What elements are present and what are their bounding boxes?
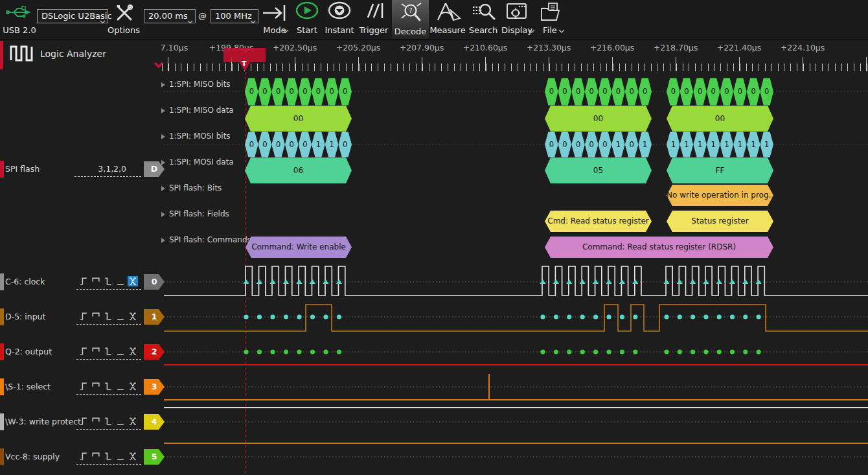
channel-row[interactable]: C-6: clock 0 — [0, 273, 162, 290]
trigger-type-icon[interactable] — [91, 416, 101, 426]
trigger-type-icon[interactable] — [103, 346, 113, 356]
trigger-type-icon[interactable] — [115, 311, 126, 321]
trigger-type-icon[interactable] — [91, 346, 101, 356]
trigger-type-icon[interactable] — [128, 416, 138, 426]
decode-bit-annotation: 0 — [747, 78, 760, 106]
decode-annotation: 00 — [545, 106, 652, 132]
decode-bit-annotation: 0 — [571, 132, 585, 157]
trigger-type-icon[interactable] — [103, 416, 113, 426]
trigger-button[interactable]: Trigger — [356, 0, 391, 39]
channel-badge[interactable]: 3 — [144, 379, 165, 395]
trigger-type-icon[interactable] — [103, 381, 113, 391]
ruler-minor-tick — [384, 64, 385, 71]
ruler-minor-tick — [403, 64, 404, 71]
samplerate-select[interactable]: 100 MHz — [211, 9, 258, 23]
decode-annotation: FF — [667, 157, 773, 183]
options-label: Options — [106, 25, 142, 35]
trigger-type-icon[interactable] — [128, 276, 138, 286]
channel-row[interactable]: Q-2: output 2 — [0, 343, 162, 360]
trigger-type-icon[interactable] — [115, 451, 126, 461]
search-icon — [470, 2, 496, 21]
at-symbol: @ — [198, 11, 207, 21]
ruler-minor-tick — [600, 64, 600, 71]
decode-bit-annotation: 1 — [312, 132, 325, 157]
start-button[interactable]: Start — [293, 0, 321, 39]
ruler-tick-label: +216.00μs — [590, 43, 635, 52]
ruler-minor-tick — [588, 64, 588, 71]
ruler-minor-tick — [613, 64, 613, 71]
expand-arrow-icon[interactable] — [161, 134, 165, 139]
mode-button[interactable]: Mode — [259, 0, 290, 39]
trigger-type-icon[interactable] — [128, 311, 138, 321]
measure-button[interactable]: Measure — [429, 0, 466, 39]
chevron-down-icon — [250, 15, 256, 28]
trigger-type-icon[interactable] — [78, 276, 89, 286]
decode-bit-annotation: 0 — [625, 132, 639, 157]
instant-button[interactable]: Instant — [324, 0, 355, 39]
trigger-type-icon[interactable] — [128, 346, 138, 356]
trigger-type-icon[interactable] — [78, 451, 89, 461]
ruler-minor-tick — [752, 64, 753, 71]
channel-row[interactable]: Vcc-8: supply 5 — [0, 448, 162, 465]
search-button[interactable]: Search — [468, 0, 499, 39]
channel-label: C-6: clock — [5, 273, 45, 290]
channel-label: \W-3: write protect — [5, 413, 81, 430]
decode-annotation: 00 — [245, 106, 352, 132]
decode-row-label: 1:SPI: MOSI data — [169, 157, 234, 167]
display-button[interactable]: Display — [500, 0, 534, 39]
trigger-type-icon[interactable] — [115, 276, 126, 286]
channel-row[interactable]: D-5: input 1 — [0, 308, 162, 325]
trigger-type-icon[interactable] — [103, 276, 113, 286]
ruler-minor-tick — [816, 64, 816, 71]
trigger-type-icon[interactable] — [115, 381, 126, 391]
ruler-minor-tick — [276, 64, 277, 71]
trigger-type-icon[interactable] — [103, 451, 113, 461]
wrench-icon[interactable] — [114, 3, 135, 23]
trigger-type-icon[interactable] — [78, 416, 89, 426]
decode-button[interactable]: ? Decode — [392, 0, 429, 39]
channel-badge[interactable]: 1 — [144, 309, 165, 325]
decode-bit-annotation: 1 — [720, 132, 734, 157]
decode-bit-annotation: 1 — [325, 132, 339, 157]
trigger-type-icon[interactable] — [91, 381, 101, 391]
trigger-type-icon[interactable] — [115, 346, 126, 356]
expand-arrow-icon[interactable] — [161, 186, 165, 191]
ruler-minor-tick — [435, 64, 435, 71]
device-select[interactable]: DSLogic U2Basic — [37, 9, 108, 23]
channel-badge[interactable]: 4 — [144, 414, 165, 430]
trigger-type-icon[interactable] — [128, 451, 138, 461]
expand-arrow-icon[interactable] — [161, 160, 165, 165]
trigger-type-icon[interactable] — [91, 276, 101, 286]
ruler-minor-tick — [492, 64, 493, 71]
expand-arrow-icon[interactable] — [161, 82, 165, 87]
decode-annotation: Command: Write enable — [246, 237, 352, 258]
file-button[interactable]: File — [536, 0, 564, 39]
ruler-minor-tick — [543, 64, 543, 71]
trigger-type-icon[interactable] — [91, 451, 101, 461]
svg-text:?: ? — [409, 7, 412, 14]
channel-badge[interactable]: 0 — [144, 274, 165, 290]
channel-badge[interactable]: 5 — [144, 449, 165, 465]
trigger-type-icon[interactable] — [103, 311, 113, 321]
decoder-colorbar — [0, 161, 4, 178]
trigger-type-icon[interactable] — [78, 311, 89, 321]
expand-arrow-icon[interactable] — [161, 108, 165, 113]
decode-row-label: 1:SPI: MISO bits — [169, 80, 231, 89]
expand-arrow-icon[interactable] — [161, 212, 165, 217]
decode-bit-annotation: 0 — [571, 78, 585, 106]
trigger-type-icon[interactable] — [128, 381, 138, 391]
channel-row[interactable]: \S-1: select 3 — [0, 378, 162, 395]
ruler-minor-tick — [841, 64, 842, 71]
duration-select[interactable]: 20.00 ms — [144, 9, 196, 23]
trigger-type-icon[interactable] — [78, 346, 89, 356]
channel-colorbar — [0, 308, 4, 325]
channel-row[interactable]: \W-3: write protect 4 — [0, 413, 162, 430]
trigger-type-icon[interactable] — [78, 381, 89, 391]
dsview-window: USB 2.0 DSLogic U2Basic Options 20.00 ms… — [0, 0, 868, 475]
expand-arrow-icon[interactable] — [161, 238, 165, 243]
ruler-minor-tick — [847, 64, 848, 71]
trigger-type-icon[interactable] — [115, 416, 126, 426]
decoder-row-spi-flash[interactable]: SPI flash 3,1,2,0 D — [0, 161, 162, 178]
channel-badge[interactable]: 2 — [144, 344, 165, 360]
trigger-type-icon[interactable] — [91, 311, 101, 321]
